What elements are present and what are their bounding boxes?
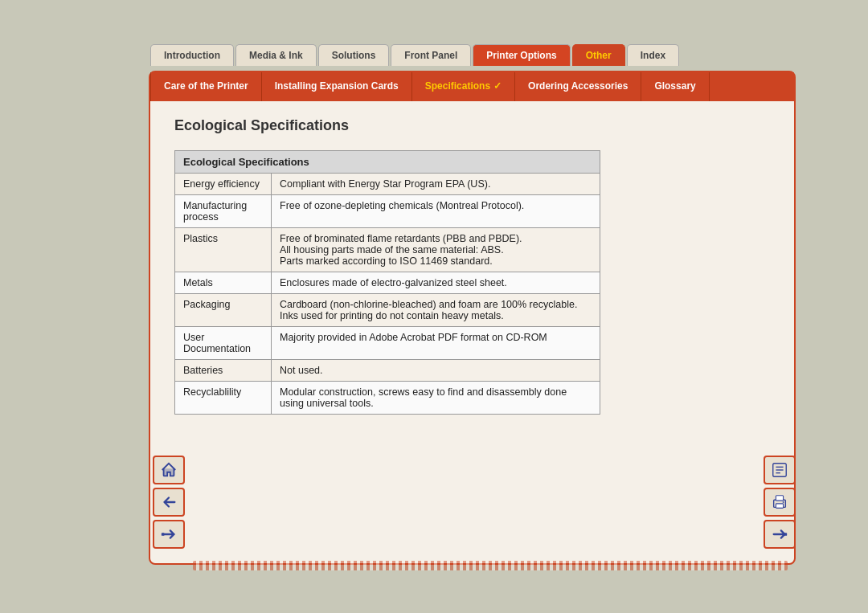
svg-rect-9 (784, 533, 788, 536)
table-row: User DocumentationMajority provided in A… (175, 327, 600, 360)
table-row: BatteriesNot used. (175, 360, 600, 382)
print-button[interactable] (764, 488, 796, 517)
row-value: Free of brominated flame retardants (PBB… (272, 228, 600, 272)
table-header: Ecological Specifications (175, 151, 600, 174)
contents-button[interactable] (764, 456, 796, 484)
subnav-ordering-accessories[interactable]: Ordering Accessories (515, 72, 641, 101)
sub-nav: Care of the Printer Installing Expansion… (150, 72, 794, 101)
tab-solutions[interactable]: Solutions (318, 44, 390, 66)
spiral-bar (193, 558, 788, 573)
table-row: MetalsEnclosures made of electro-galvani… (175, 272, 600, 294)
main-container: Introduction Media & Ink Solutions Front… (149, 71, 796, 565)
row-label: User Documentation (175, 327, 272, 360)
forward-left-button[interactable] (153, 520, 185, 549)
row-label: Plastics (175, 228, 272, 272)
svg-rect-7 (776, 496, 783, 501)
row-label: Batteries (175, 360, 272, 382)
subnav-glossary[interactable]: Glossary (641, 72, 709, 101)
check-mark: ✓ (493, 80, 502, 93)
page-title: Ecological Specifications (174, 117, 770, 134)
svg-point-8 (783, 501, 784, 503)
row-value: Enclosures made of electro-galvanized st… (272, 272, 600, 294)
back-button[interactable] (153, 488, 185, 517)
row-label: Packaging (175, 294, 272, 327)
subnav-installing-expansion[interactable]: Installing Expansion Cards (262, 72, 412, 101)
tab-printer-options[interactable]: Printer Options (473, 44, 570, 66)
bottom-right-buttons (764, 456, 796, 549)
forward-right-button[interactable] (764, 520, 796, 549)
home-button[interactable] (153, 456, 185, 484)
tab-media-ink[interactable]: Media & Ink (235, 44, 317, 66)
row-value: Free of ozone-depleting chemicals (Montr… (272, 195, 600, 228)
row-label: Energy efficiency (175, 174, 272, 195)
tab-front-panel[interactable]: Front Panel (391, 44, 471, 66)
row-value: Modular construction, screws easy to fin… (272, 382, 600, 415)
row-value: Cardboard (non-chlorine-bleached) and fo… (272, 294, 600, 327)
table-row: Manufacturing processFree of ozone-deple… (175, 195, 600, 228)
tab-other[interactable]: Other (572, 44, 625, 66)
row-label: Metals (175, 272, 272, 294)
subnav-care-printer[interactable]: Care of the Printer (150, 72, 262, 101)
row-label: Recyclablility (175, 382, 272, 415)
row-value: Not used. (272, 360, 600, 382)
table-row: Energy efficiencyCompliant with Energy S… (175, 174, 600, 195)
tab-index[interactable]: Index (627, 44, 679, 66)
svg-rect-6 (776, 504, 783, 509)
spiral-inner (193, 561, 788, 570)
tab-introduction[interactable]: Introduction (150, 44, 234, 66)
table-row: RecyclablilityModular construction, scre… (175, 382, 600, 415)
table-row: PackagingCardboard (non-chlorine-bleache… (175, 294, 600, 327)
row-label: Manufacturing process (175, 195, 272, 228)
page-content: Ecological Specifications Ecological Spe… (150, 101, 794, 431)
table-row: PlasticsFree of brominated flame retarda… (175, 228, 600, 272)
svg-rect-0 (162, 533, 165, 536)
subnav-specifications[interactable]: Specifications ✓ (412, 72, 515, 101)
row-value: Compliant with Energy Star Program EPA (… (272, 174, 600, 195)
top-tabs: Introduction Media & Ink Solutions Front… (150, 44, 679, 66)
specs-table: Ecological Specifications Energy efficie… (174, 150, 600, 415)
row-value: Majority provided in Adobe Acrobat PDF f… (272, 327, 600, 360)
bottom-left-buttons (153, 456, 185, 549)
